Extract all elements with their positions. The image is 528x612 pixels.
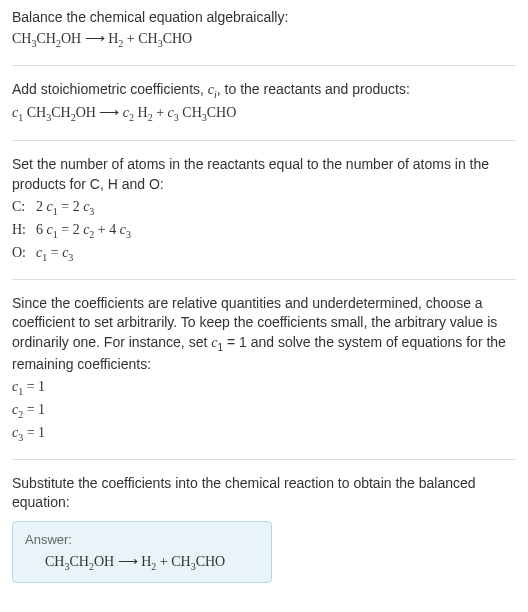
- balance-row-c: C:2 c1 = 2 c3: [12, 196, 516, 219]
- instruction-text: Since the coefficients are relative quan…: [12, 294, 516, 375]
- answer-label: Answer:: [25, 532, 259, 547]
- balance-row-o: O:c1 = c3: [12, 242, 516, 265]
- section-add-coefficients: Add stoichiometric coefficients, ci, to …: [12, 80, 516, 141]
- instruction-text: Balance the chemical equation algebraica…: [12, 8, 516, 28]
- balance-equations: C:2 c1 = 2 c3 H:6 c1 = 2 c2 + 4 c3 O:c1 …: [12, 196, 516, 264]
- solution-c1: c1 = 1: [12, 376, 516, 399]
- balanced-equation: CH3CH2OH ⟶ H2 + CH3CHO: [25, 553, 259, 572]
- answer-box: Answer: CH3CH2OH ⟶ H2 + CH3CHO: [12, 521, 272, 583]
- instruction-text: Add stoichiometric coefficients, ci, to …: [12, 80, 516, 102]
- product1-formula: H2: [108, 31, 123, 46]
- section-atom-balance: Set the number of atoms in the reactants…: [12, 155, 516, 280]
- reactant-formula: CH3CH2OH: [12, 31, 81, 46]
- solution-list: c1 = 1 c2 = 1 c3 = 1: [12, 376, 516, 444]
- unbalanced-equation: CH3CH2OH ⟶ H2 + CH3CHO: [12, 28, 516, 52]
- section-solve: Since the coefficients are relative quan…: [12, 294, 516, 460]
- section-balance-instruction: Balance the chemical equation algebraica…: [12, 8, 516, 66]
- solution-c2: c2 = 1: [12, 399, 516, 422]
- balance-row-h: H:6 c1 = 2 c2 + 4 c3: [12, 219, 516, 242]
- instruction-text: Substitute the coefficients into the che…: [12, 474, 516, 513]
- coefficient-equation: c1 CH3CH2OH ⟶ c2 H2 + c3 CH3CHO: [12, 102, 516, 126]
- product2-formula: CH3CHO: [138, 31, 192, 46]
- reaction-arrow: ⟶: [81, 31, 108, 46]
- solution-c3: c3 = 1: [12, 422, 516, 445]
- section-answer: Substitute the coefficients into the che…: [12, 474, 516, 597]
- instruction-text: Set the number of atoms in the reactants…: [12, 155, 516, 194]
